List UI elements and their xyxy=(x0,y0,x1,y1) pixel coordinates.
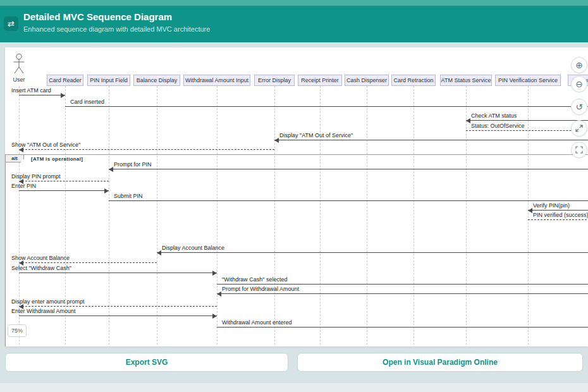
top-accent-strip xyxy=(0,0,588,6)
zoom-out-button[interactable]: ⊖ xyxy=(571,76,587,92)
message-label: Withdrawal Amount entered xyxy=(222,319,292,326)
message-label: Display PIN prompt xyxy=(11,173,61,180)
participant-balance-display: Balance Display xyxy=(133,75,180,86)
footer-band xyxy=(0,383,588,392)
message-line xyxy=(19,262,157,263)
message-arrowhead xyxy=(61,93,65,98)
message-label: Submit PIN xyxy=(114,193,143,199)
app-header: ⇄ Detailed MVC Sequence Diagram Enhanced… xyxy=(0,6,588,42)
message-label: "Withdraw Cash" selected xyxy=(222,276,287,283)
message-arrowhead xyxy=(212,314,217,319)
message-line xyxy=(19,95,65,95)
message-arrowhead xyxy=(212,271,217,276)
message-label: Status: OutOfService xyxy=(471,123,525,129)
message-line xyxy=(157,252,588,253)
zoom-controls: ⊕⊖↺ xyxy=(571,57,587,158)
fullscreen-icon xyxy=(575,146,583,154)
participant-cash-dispenser: Cash Dispenser xyxy=(345,75,389,86)
zoom-out-icon: ⊖ xyxy=(575,79,583,89)
message-line xyxy=(217,284,588,285)
message-label: Enter Withdrawal Amount xyxy=(11,308,76,314)
fullscreen-button[interactable] xyxy=(571,142,587,158)
participant-card-retraction: Card Retraction xyxy=(391,75,436,86)
actor-label: User xyxy=(13,77,25,83)
message-line xyxy=(19,306,217,307)
participant-error-display: Error Display xyxy=(254,75,295,86)
reset-view-icon: ↺ xyxy=(575,102,583,112)
alt-fragment-label: alt xyxy=(5,154,24,162)
message-label: Display enter amount prompt xyxy=(11,298,85,305)
message-label: Enter PIN xyxy=(11,183,36,189)
message-line xyxy=(274,140,588,140)
message-arrowhead xyxy=(157,250,161,255)
alt-fragment-condition: [ATM is operational] xyxy=(31,156,83,162)
message-line xyxy=(109,169,588,169)
page-subtitle: Enhanced sequence diagram with detailed … xyxy=(23,25,210,33)
zoom-level-badge: 75% xyxy=(8,324,27,337)
message-line xyxy=(528,219,588,220)
message-arrowhead xyxy=(109,167,113,172)
message-label: Show Account Balance xyxy=(11,255,70,261)
swap-arrows-icon: ⇄ xyxy=(4,16,18,31)
message-label: Insert ATM card xyxy=(11,87,51,94)
message-arrowhead xyxy=(528,208,532,213)
message-line xyxy=(217,293,588,294)
message-label: Select "Withdraw Cash" xyxy=(11,265,71,271)
message-arrowhead xyxy=(466,118,470,123)
message-label: Prompt for PIN xyxy=(114,161,152,168)
message-line xyxy=(528,210,588,211)
export-svg-button[interactable]: Export SVG xyxy=(5,353,288,372)
fit-view-button[interactable] xyxy=(571,120,587,137)
diagram-canvas[interactable]: 75% alt[ATM is operational]Insert ATM ca… xyxy=(5,47,588,346)
message-label: Display Account Balance xyxy=(162,245,224,251)
message-line xyxy=(19,181,109,181)
participant-atm-status-service: ATM Status Service xyxy=(440,75,492,86)
message-line xyxy=(19,149,274,150)
message-line xyxy=(19,315,217,316)
message-line xyxy=(466,120,588,121)
participant-pin-verification-service: PIN Verification Service xyxy=(495,75,561,86)
message-label: Show "ATM Out of Service" xyxy=(11,142,80,148)
message-line xyxy=(19,273,217,273)
stick-figure-icon xyxy=(12,53,26,76)
message-line xyxy=(65,106,588,107)
participant-withdrawal-amount-input: Withdrawal Amount Input xyxy=(183,75,250,86)
message-label: PIN verified (success) xyxy=(533,212,588,218)
message-line xyxy=(217,327,588,328)
message-label: Display "ATM Out of Service" xyxy=(279,132,353,138)
actor-figure xyxy=(12,53,26,78)
message-label: Prompt for Withdrawal Amount xyxy=(222,286,299,292)
message-arrowhead xyxy=(217,291,221,297)
alt-fragment: alt[ATM is operational] xyxy=(5,154,588,346)
participant-receipt-printer: Receipt Printer xyxy=(298,75,342,86)
participant-pin-input-field: PIN Input Field xyxy=(87,75,130,86)
message-label: Card inserted xyxy=(70,99,104,105)
message-label: Verify PIN(pin) xyxy=(533,202,570,209)
message-line xyxy=(466,130,588,131)
open-visual-paradigm-button[interactable]: Open in Visual Paradigm Online xyxy=(297,353,583,372)
message-arrowhead xyxy=(104,188,109,193)
participant-card-reader: Card Reader xyxy=(47,75,83,86)
zoom-in-icon: ⊕ xyxy=(575,60,583,70)
page-title: Detailed MVC Sequence Diagram xyxy=(23,11,172,22)
zoom-in-button[interactable]: ⊕ xyxy=(571,57,587,73)
reset-view-button[interactable]: ↺ xyxy=(571,99,587,115)
message-arrowhead xyxy=(274,138,279,143)
fit-view-icon xyxy=(575,125,583,132)
message-label: Check ATM status xyxy=(471,113,517,119)
message-line xyxy=(109,200,588,201)
message-line xyxy=(19,190,109,191)
